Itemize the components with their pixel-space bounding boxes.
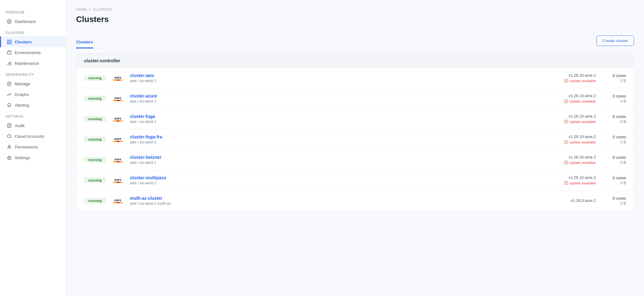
- sidebar-item-audit[interactable]: Audit: [0, 120, 66, 131]
- update-available-badge: update available: [546, 99, 596, 103]
- sidebar-item-environments[interactable]: Environments: [0, 47, 66, 58]
- cluster-cores: 0 cores: [601, 135, 626, 139]
- sidebar: OVERVIEW Dashboard CLUSTERS Clusters Env…: [0, 0, 66, 296]
- cluster-location: aws / eu-west-1: [130, 181, 541, 185]
- observability-section-label: OBSERVABILITY: [0, 69, 66, 78]
- maintenance-icon: [7, 61, 12, 66]
- settings-icon: [7, 155, 12, 160]
- cluster-version-block: v1.26.10-ame.2 update available: [546, 155, 596, 165]
- svg-rect-3: [10, 40, 11, 42]
- cluster-location: aws / eu-west-1: [130, 120, 541, 124]
- cluster-name[interactable]: cluster-fuga: [130, 114, 541, 119]
- table-row: running aws cluster-aws aws / eu-west-1 …: [76, 68, 634, 88]
- status-badge: running: [84, 96, 106, 101]
- svg-point-7: [9, 63, 11, 65]
- cluster-memory: 0 B: [601, 181, 626, 185]
- warning-icon: [564, 120, 568, 124]
- cluster-name[interactable]: multi-az-cluster: [130, 196, 541, 201]
- cluster-version: v1.26.10-ame.2: [546, 135, 596, 139]
- audit-icon: [7, 123, 12, 128]
- svg-point-11: [8, 145, 10, 147]
- warning-icon: [564, 79, 568, 83]
- cluster-info: cluster-azure aws / eu-west-1: [130, 93, 541, 103]
- status-badge: running: [84, 157, 106, 163]
- update-available-badge: update available: [546, 140, 596, 144]
- cluster-resources: 0 cores 0 B: [601, 73, 626, 83]
- graphs-icon: [7, 92, 12, 97]
- create-cluster-button[interactable]: Create cluster: [597, 36, 634, 46]
- table-row: running aws cluster-fuga-fra aws / eu-we…: [76, 129, 634, 150]
- cluster-name[interactable]: cluster-azure: [130, 93, 541, 98]
- status-badge: running: [84, 116, 106, 122]
- sidebar-item-permissions[interactable]: Permissions: [0, 142, 66, 152]
- tab-clusters[interactable]: Clusters: [76, 36, 93, 48]
- cluster-location: aws / eu-west-1: [130, 140, 541, 144]
- cluster-name[interactable]: cluster-hetzner: [130, 155, 541, 160]
- sidebar-item-dashboard[interactable]: Dashboard: [0, 16, 66, 27]
- cluster-name[interactable]: cluster-fuga-fra: [130, 134, 541, 139]
- cluster-resources: 0 cores 0 B: [601, 196, 626, 206]
- cluster-version: v1.26.10-ame.2: [546, 94, 596, 98]
- cluster-location: aws / eu-west-1-multi-az: [130, 201, 541, 206]
- cluster-cores: 0 cores: [601, 114, 626, 119]
- status-badge: running: [84, 137, 106, 142]
- aws-logo: aws: [111, 94, 125, 103]
- cluster-resources: 0 cores 0 B: [601, 135, 626, 144]
- sidebar-item-manage[interactable]: Manage: [0, 78, 66, 89]
- aws-logo: aws: [111, 114, 125, 123]
- cluster-group: cluster-controller running aws cluster-a…: [76, 53, 634, 211]
- svg-rect-4: [7, 42, 9, 44]
- cluster-cores: 0 cores: [601, 73, 626, 78]
- cluster-version-block: v1.26.10-ame.2 update available: [546, 73, 596, 83]
- cluster-memory: 0 B: [601, 140, 626, 144]
- clusters-section-label: CLUSTERS: [0, 27, 66, 36]
- aws-text: aws: [114, 75, 121, 79]
- sidebar-item-maintenance[interactable]: Maintenance: [0, 58, 66, 69]
- cluster-name[interactable]: cluster-aws: [130, 73, 541, 78]
- aws-text: aws: [114, 116, 121, 120]
- settings-section-label: SETTINGS: [0, 110, 66, 120]
- warning-icon: [564, 99, 568, 103]
- aws-logo: aws: [111, 74, 125, 82]
- svg-rect-6: [7, 51, 11, 54]
- sidebar-item-alerting[interactable]: Alerting: [0, 100, 66, 110]
- cluster-info: cluster-aws aws / eu-west-1: [130, 73, 541, 83]
- sidebar-item-settings[interactable]: Settings: [0, 152, 66, 163]
- aws-logo: aws: [111, 155, 125, 164]
- cluster-cores: 0 cores: [601, 155, 626, 160]
- table-row: running aws multi-az-cluster aws / eu-we…: [76, 191, 634, 211]
- cluster-version-block: v1.26.10-ame.2 update available: [546, 114, 596, 124]
- cluster-cores: 0 cores: [601, 196, 626, 201]
- cluster-version: v1.26.0-ame.2: [546, 198, 596, 203]
- svg-rect-2: [7, 40, 9, 42]
- alerting-icon: [7, 103, 12, 108]
- environments-icon: [7, 50, 12, 55]
- aws-underline: [113, 80, 123, 81]
- aws-text: aws: [114, 137, 121, 141]
- table-row: running aws cluster-multipass aws / eu-w…: [76, 170, 634, 191]
- breadcrumb-home[interactable]: HOME: [76, 8, 87, 11]
- warning-icon: [564, 140, 568, 144]
- aws-text: aws: [114, 96, 121, 100]
- sidebar-item-clusters[interactable]: Clusters: [0, 36, 66, 47]
- status-badge: running: [84, 75, 106, 81]
- aws-text: aws: [114, 178, 121, 182]
- cluster-cores: 0 cores: [601, 176, 626, 180]
- aws-underline: [113, 182, 123, 183]
- svg-point-0: [7, 20, 11, 24]
- cluster-rows-container: running aws cluster-aws aws / eu-west-1 …: [76, 68, 634, 211]
- aws-logo: aws: [111, 135, 125, 144]
- cluster-resources: 0 cores 0 B: [601, 94, 626, 103]
- warning-icon: [564, 160, 568, 165]
- cluster-name[interactable]: cluster-multipass: [130, 175, 541, 180]
- sidebar-item-cloud-accounts[interactable]: Cloud Accounts: [0, 131, 66, 142]
- status-badge: running: [84, 198, 106, 204]
- cluster-version: v1.26.10-ame.2: [546, 155, 596, 159]
- svg-point-1: [8, 21, 10, 22]
- manage-icon: [7, 81, 12, 86]
- toolbar: Create cluster: [597, 31, 634, 48]
- svg-point-8: [7, 82, 11, 86]
- sidebar-item-graphs[interactable]: Graphs: [0, 89, 66, 100]
- cluster-info: cluster-hetzner aws / eu-west-1: [130, 155, 541, 165]
- update-available-badge: update available: [546, 160, 596, 165]
